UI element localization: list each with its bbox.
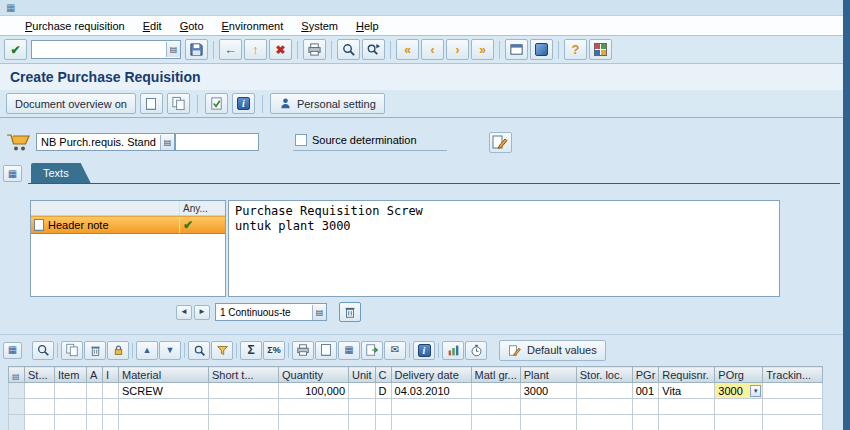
sum-button[interactable]: Σ (240, 341, 262, 360)
collapse-header-button[interactable]: ▦ (3, 165, 22, 182)
cell-a[interactable] (87, 383, 103, 399)
exit-button[interactable]: ↑ (244, 39, 267, 60)
menu-help[interactable]: Help (347, 18, 388, 34)
help-button[interactable]: ? (564, 39, 587, 60)
cell[interactable] (209, 415, 279, 430)
cell-requisnr[interactable]: Vita (659, 383, 715, 399)
first-page-button[interactable]: « (396, 39, 419, 60)
menu-environment[interactable]: Environment (213, 18, 293, 34)
change-display-button[interactable] (489, 132, 512, 153)
cell[interactable] (55, 415, 87, 430)
cell[interactable] (119, 399, 209, 415)
col-header-tracking[interactable]: Trackin... (763, 367, 823, 383)
cell[interactable] (632, 415, 659, 430)
cell-c[interactable]: D (375, 383, 391, 399)
display-variant-button[interactable]: ▦ (338, 341, 360, 360)
col-header-c[interactable]: C (375, 367, 391, 383)
menu-system[interactable]: System (292, 18, 347, 34)
row-select-cell[interactable] (9, 383, 25, 399)
cell[interactable] (763, 415, 823, 430)
cell[interactable] (520, 399, 576, 415)
cell[interactable] (763, 399, 823, 415)
col-header-stor-loc[interactable]: Stor. loc. (576, 367, 632, 383)
col-header-pgr[interactable]: PGr (632, 367, 659, 383)
cell[interactable] (349, 399, 376, 415)
search-items-button[interactable] (188, 341, 210, 360)
cell[interactable] (576, 415, 632, 430)
document-type-dropdown-icon[interactable]: ▤ (160, 135, 174, 150)
enter-button[interactable]: ✔ (4, 39, 27, 60)
cell-quantity[interactable]: 100,000 (279, 383, 349, 399)
document-overview-button[interactable]: Document overview on (6, 93, 136, 114)
col-header-unit[interactable]: Unit (349, 367, 376, 383)
cell-tracking[interactable] (763, 383, 823, 399)
cell[interactable] (375, 399, 391, 415)
scroll-right-button[interactable]: ► (194, 305, 210, 320)
col-header-i[interactable]: I (103, 367, 119, 383)
delete-text-button[interactable] (339, 302, 361, 322)
cell[interactable] (520, 415, 576, 430)
item-messages-button[interactable]: i (413, 341, 435, 360)
graphic-button[interactable] (442, 341, 464, 360)
default-values-button[interactable]: Default values (499, 340, 606, 361)
new-session-button[interactable] (505, 39, 528, 60)
header-note-editor[interactable]: Purchase Requisition Screw untuk plant 3… (228, 200, 780, 297)
cell-matl-group[interactable] (471, 383, 520, 399)
cell[interactable] (103, 415, 119, 430)
cell-short-text[interactable] (209, 383, 279, 399)
mail-button[interactable]: ✉ (384, 341, 406, 360)
cell[interactable] (103, 399, 119, 415)
row-select-cell[interactable] (9, 399, 25, 415)
cell[interactable] (209, 399, 279, 415)
export-button[interactable] (361, 341, 383, 360)
cell[interactable] (391, 415, 471, 430)
reference-field[interactable] (175, 133, 259, 151)
col-header-plant[interactable]: Plant (520, 367, 576, 383)
cell[interactable] (279, 399, 349, 415)
cell[interactable] (349, 415, 376, 430)
collapse-items-button[interactable]: ▦ (3, 342, 22, 359)
find-next-button[interactable] (362, 39, 385, 60)
menu-purchase-requisition[interactable]: Purchase requisition (16, 18, 134, 34)
cancel-button[interactable]: ✖ (269, 39, 292, 60)
find-items-button[interactable] (32, 341, 54, 360)
cell-delivery-date[interactable]: 04.03.2010 (391, 383, 471, 399)
source-determination-checkbox[interactable] (295, 134, 307, 146)
item-detail-button[interactable] (315, 341, 337, 360)
check-document-button[interactable] (205, 93, 228, 114)
cell-item[interactable] (55, 383, 87, 399)
cell[interactable] (279, 415, 349, 430)
col-header-short-text[interactable]: Short t... (209, 367, 279, 383)
cell[interactable] (87, 399, 103, 415)
col-header-a[interactable]: A (87, 367, 103, 383)
personal-setting-button[interactable]: Personal setting (270, 93, 385, 114)
col-header-matl-group[interactable]: Matl gr... (471, 367, 520, 383)
menu-goto[interactable]: Goto (171, 18, 213, 34)
document-type-select[interactable]: NB Purch.requis. Stand ▤ (36, 133, 175, 151)
print-button[interactable] (303, 39, 326, 60)
cell-stor-loc[interactable] (576, 383, 632, 399)
command-field[interactable] (32, 42, 166, 57)
col-header-item[interactable]: Item (55, 367, 87, 383)
cell[interactable] (576, 399, 632, 415)
delete-item-button[interactable] (84, 341, 106, 360)
messages-button[interactable]: i (232, 93, 255, 114)
create-shortcut-button[interactable] (530, 39, 553, 60)
menu-edit[interactable]: Edit (134, 18, 171, 34)
cell[interactable] (119, 415, 209, 430)
matchcode-icon[interactable]: ▼ (750, 385, 761, 397)
cell[interactable] (375, 415, 391, 430)
cell[interactable] (715, 399, 763, 415)
cell[interactable] (659, 399, 715, 415)
previous-page-button[interactable]: ‹ (421, 39, 444, 60)
find-button[interactable] (337, 39, 360, 60)
cell[interactable] (632, 399, 659, 415)
cell[interactable] (715, 415, 763, 430)
cell[interactable] (659, 415, 715, 430)
col-header-requisnr[interactable]: Requisnr. (659, 367, 715, 383)
cell-material[interactable]: SCREW (119, 383, 209, 399)
customize-layout-button[interactable] (589, 39, 612, 60)
filter-button[interactable] (211, 341, 233, 360)
col-header-quantity[interactable]: Quantity (279, 367, 349, 383)
cell-pgr[interactable]: 001 (632, 383, 659, 399)
